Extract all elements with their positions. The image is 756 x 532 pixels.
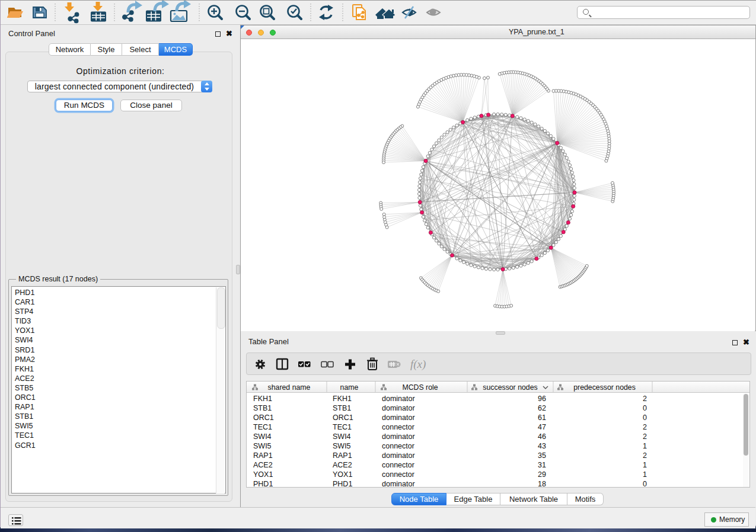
svg-text:predecessor nodes: predecessor nodes (573, 383, 636, 392)
svg-text:successor nodes: successor nodes (483, 383, 537, 392)
svg-text:f(x): f(x) (410, 358, 426, 371)
svg-text:shared name: shared name (268, 383, 311, 392)
svg-text:MCDS role: MCDS role (402, 383, 438, 392)
svg-text:name: name (340, 383, 359, 392)
